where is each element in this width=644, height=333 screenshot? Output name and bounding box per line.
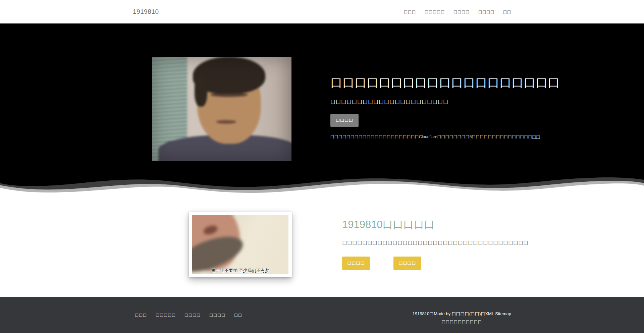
hero-disclaimer: 口口口口口口口口口口口口口口口口口口口口口口Cloudflare口口口口口口口口… xyxy=(330,134,522,140)
hero-image xyxy=(152,57,291,161)
about-photo-card: 擦干泪不要怕 至少我们还有梦 xyxy=(189,212,292,277)
footer-nav-item-5[interactable]: 口口 xyxy=(234,313,242,318)
nav-item-5[interactable]: 口口 xyxy=(503,10,511,14)
hero-subheading: 口口口口口口口口口口口口口口口口口口口口口口 xyxy=(330,99,522,106)
disclaimer-text-2: 口口口口口口口口 xyxy=(437,134,470,139)
photo-caption: 擦干泪不要怕 至少我们还有梦 xyxy=(192,268,288,274)
about-secondary-button[interactable]: 口口口口 xyxy=(393,257,421,270)
footer-nav-item-1[interactable]: 口口口 xyxy=(135,313,147,318)
sitemap-link[interactable]: XML Sitemap xyxy=(485,311,511,316)
disclaimer-cloudflare: Cloudflare xyxy=(419,134,437,139)
footer-nav-item-2[interactable]: 口口口口口 xyxy=(156,313,176,318)
about-section: 擦干泪不要怕 至少我们还有梦 1919810口口口口口 口口口口口口口口口口口口… xyxy=(0,196,644,297)
about-buttons: 口口口口 口口口口 xyxy=(342,257,503,270)
footer-nav-item-3[interactable]: 口口口口 xyxy=(184,313,201,318)
site-header: 1919810 口口口 口口口口口 口口口口 口口口口 口口 xyxy=(0,0,644,23)
hero-cta-button[interactable]: 口口口口 xyxy=(330,114,359,127)
hero-heading: 口口口口口口口口口口口口口口口口口口口 xyxy=(330,75,522,90)
about-copy: 1919810口口口口口 口口口口口口口口口口口口口口口口口口口口口口口口口口口… xyxy=(342,218,503,270)
about-body-text: 口口口口口口口口口口口口口口口口口口口口口口口口口口口口口口口口口口口口口 xyxy=(342,240,503,246)
footer-credit: 1919810口Made by 口口口口(口口)口XML Sitemap 口口口… xyxy=(413,311,511,325)
hero-section: 口口口口口口口口口口口口口口口口口口口 口口口口口口口口口口口口口口口口口口口口… xyxy=(0,23,644,196)
disclaimer-text-1: 口口口口口口口口口口口口口口口口口口口口口口 xyxy=(330,134,419,139)
about-primary-button[interactable]: 口口口口 xyxy=(342,257,370,270)
footer-nav-item-4[interactable]: 口口口口 xyxy=(209,313,225,318)
disclaimer-text-3: 口口口口口口口口口口口口口口口 xyxy=(472,134,532,139)
footer-subtext: 口口口口口口口口口口 xyxy=(413,319,511,325)
about-photo: 擦干泪不要怕 至少我们还有梦 xyxy=(192,215,288,274)
hero-copy: 口口口口口口口口口口口口口口口口口口口 口口口口口口口口口口口口口口口口口口口口… xyxy=(330,75,522,140)
main-nav: 口口口 口口口口口 口口口口 口口口口 口口 xyxy=(404,9,511,15)
nav-item-3[interactable]: 口口口口 xyxy=(453,10,470,14)
about-photo-art xyxy=(192,215,288,274)
disclaimer-link[interactable]: 口口 xyxy=(532,134,540,139)
credit-text: 1919810口Made by 口口口口(口口)口 xyxy=(413,311,485,316)
site-logo[interactable]: 1919810 xyxy=(133,8,159,15)
nav-item-1[interactable]: 口口口 xyxy=(404,10,416,14)
footer-nav: 口口口 口口口口口 口口口口 口口口口 口口 xyxy=(135,312,242,318)
nav-item-2[interactable]: 口口口口口 xyxy=(425,10,445,14)
nav-item-4[interactable]: 口口口口 xyxy=(478,10,494,14)
about-heading: 1919810口口口口口 xyxy=(342,218,503,232)
wave-divider xyxy=(0,173,644,197)
site-footer: 口口口 口口口口口 口口口口 口口口口 口口 1919810口Made by 口… xyxy=(0,297,644,333)
